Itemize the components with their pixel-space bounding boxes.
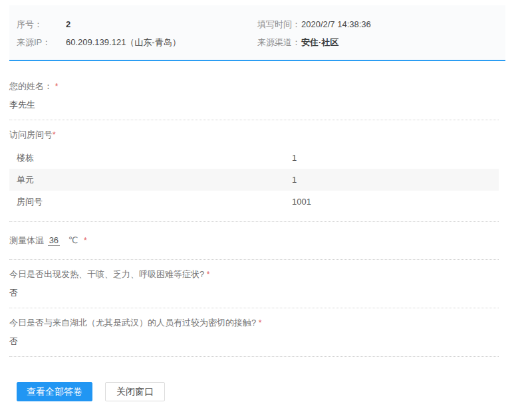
room-field-value: 1001: [292, 197, 311, 207]
divider: [9, 308, 499, 308]
required-asterisk: *: [259, 318, 262, 328]
room-field-label: 房间号: [9, 196, 292, 208]
question-room-text: 访问房间号: [9, 130, 53, 140]
answer-symptom: 否: [9, 287, 499, 299]
form-body: 您的姓名： * 李先生 访问房间号* 楼栋 1 单元 1 房间号 1001: [9, 61, 499, 401]
question-hubei-contact-label: 今日是否与来自湖北（尤其是武汉）的人员有过较为密切的接触? *: [9, 317, 499, 329]
temperature-unit: ℃: [68, 235, 78, 245]
fill-time-value: 2020/2/7 14:38:36: [301, 15, 371, 33]
table-row-room: 房间号 1001: [9, 191, 499, 213]
required-asterisk: *: [53, 130, 56, 140]
table-row-unit: 单元 1: [9, 169, 499, 191]
divider: [9, 221, 499, 222]
building-field-label: 楼栋: [9, 152, 292, 164]
unit-field-value: 1: [292, 175, 297, 185]
source-ip-label: 来源IP：: [17, 33, 66, 51]
answer-hubei-contact: 否: [9, 336, 499, 348]
meta-left-column: 序号： 2 来源IP： 60.209.139.121（山东-青岛）: [17, 15, 257, 51]
divider: [9, 120, 499, 120]
building-field-value: 1: [292, 153, 297, 163]
source-channel-value: 安住·社区: [301, 33, 338, 51]
close-window-button[interactable]: 关闭窗口: [105, 382, 165, 401]
required-asterisk: *: [84, 236, 87, 245]
divider: [9, 259, 499, 260]
question-symptom-label: 今日是否出现发热、干咳、乏力、呼吸困难等症状? *: [9, 268, 499, 280]
room-subtable: 楼栋 1 单元 1 房间号 1001: [9, 147, 499, 213]
question-symptom-text: 今日是否出现发热、干咳、乏力、呼吸困难等症状?: [9, 269, 204, 279]
divider: [9, 356, 499, 357]
serial-row: 序号： 2: [17, 15, 257, 33]
fill-time-label: 填写时间：: [257, 15, 301, 33]
question-temperature: 测量体温 36 ℃ *: [9, 231, 499, 251]
table-row-building: 楼栋 1: [9, 147, 499, 169]
action-buttons: 查看全部答卷 关闭窗口: [9, 382, 499, 401]
view-all-responses-button[interactable]: 查看全部答卷: [17, 382, 92, 401]
required-asterisk: *: [55, 82, 59, 91]
question-name-text: 您的姓名：: [9, 81, 53, 91]
source-ip-value: 60.209.139.121（山东-青岛）: [66, 33, 181, 51]
question-name-label: 您的姓名： *: [9, 80, 499, 92]
serial-label: 序号：: [17, 15, 66, 33]
question-room-label: 访问房间号*: [9, 129, 499, 141]
response-meta-header: 序号： 2 来源IP： 60.209.139.121（山东-青岛） 填写时间： …: [9, 5, 505, 61]
meta-right-column: 填写时间： 2020/2/7 14:38:36 来源渠道： 安住·社区: [257, 15, 498, 51]
serial-value: 2: [66, 15, 70, 33]
required-asterisk: *: [207, 270, 210, 279]
source-channel-label: 来源渠道：: [257, 33, 301, 51]
source-ip-row: 来源IP： 60.209.139.121（山东-青岛）: [17, 33, 257, 51]
temperature-prefix: 测量体温: [9, 235, 44, 245]
temperature-value: 36: [48, 235, 60, 246]
fill-time-row: 填写时间： 2020/2/7 14:38:36: [257, 15, 498, 33]
response-detail-panel: 序号： 2 来源IP： 60.209.139.121（山东-青岛） 填写时间： …: [9, 5, 505, 401]
question-hubei-contact-text: 今日是否与来自湖北（尤其是武汉）的人员有过较为密切的接触?: [9, 318, 256, 328]
answer-name: 李先生: [9, 99, 499, 111]
unit-field-label: 单元: [9, 174, 292, 186]
source-channel-row: 来源渠道： 安住·社区: [257, 33, 498, 51]
